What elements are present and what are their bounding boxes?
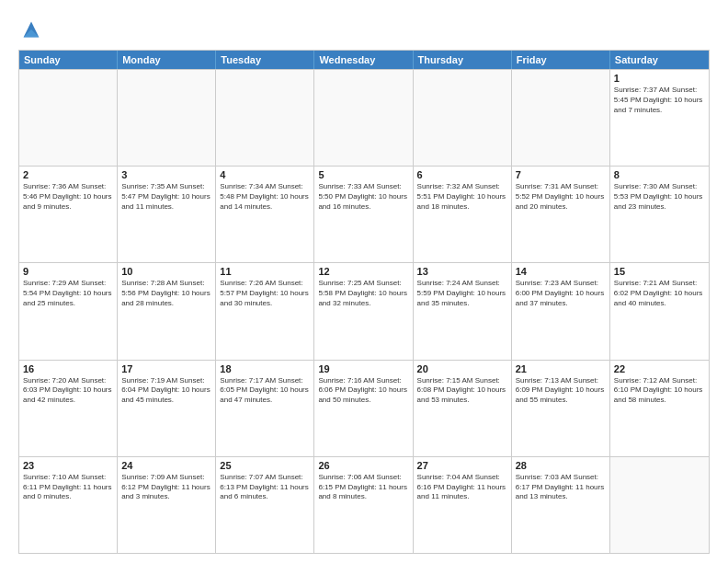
day-number: 25 <box>220 460 310 471</box>
calendar-day-cell: 17Sunrise: 7:19 AM Sunset: 6:04 PM Dayli… <box>118 361 216 456</box>
calendar-day-cell: 6Sunrise: 7:32 AM Sunset: 5:51 PM Daylig… <box>414 167 512 262</box>
weekday-header: Wednesday <box>314 51 413 69</box>
day-info: Sunrise: 7:12 AM Sunset: 6:10 PM Dayligh… <box>614 376 705 406</box>
day-number: 21 <box>516 363 606 374</box>
calendar-header: SundayMondayTuesdayWednesdayThursdayFrid… <box>19 51 709 69</box>
day-number: 19 <box>318 363 408 374</box>
day-number: 23 <box>23 460 113 471</box>
day-number: 12 <box>318 266 408 277</box>
calendar-day-cell: 12Sunrise: 7:25 AM Sunset: 5:58 PM Dayli… <box>314 263 413 359</box>
weekday-header: Monday <box>118 51 216 69</box>
calendar-day-cell: 28Sunrise: 7:03 AM Sunset: 6:17 PM Dayli… <box>512 457 610 553</box>
calendar-empty-cell <box>118 70 216 166</box>
calendar-day-cell: 9Sunrise: 7:29 AM Sunset: 5:54 PM Daylig… <box>19 263 118 359</box>
weekday-header: Saturday <box>610 51 709 69</box>
calendar-row: 2Sunrise: 7:36 AM Sunset: 5:46 PM Daylig… <box>19 166 709 262</box>
calendar-day-cell: 5Sunrise: 7:33 AM Sunset: 5:50 PM Daylig… <box>314 167 413 262</box>
day-number: 2 <box>23 169 113 180</box>
day-number: 8 <box>614 169 705 180</box>
calendar-row: 16Sunrise: 7:20 AM Sunset: 6:03 PM Dayli… <box>19 360 709 456</box>
calendar-day-cell: 27Sunrise: 7:04 AM Sunset: 6:16 PM Dayli… <box>414 457 512 553</box>
day-info: Sunrise: 7:13 AM Sunset: 6:09 PM Dayligh… <box>516 376 606 406</box>
calendar-day-cell: 21Sunrise: 7:13 AM Sunset: 6:09 PM Dayli… <box>512 361 610 456</box>
calendar-day-cell: 15Sunrise: 7:21 AM Sunset: 6:02 PM Dayli… <box>610 263 709 359</box>
calendar-day-cell: 11Sunrise: 7:26 AM Sunset: 5:57 PM Dayli… <box>216 263 314 359</box>
day-info: Sunrise: 7:31 AM Sunset: 5:52 PM Dayligh… <box>516 182 606 212</box>
calendar-day-cell: 22Sunrise: 7:12 AM Sunset: 6:10 PM Dayli… <box>610 361 709 456</box>
day-number: 24 <box>121 460 211 471</box>
weekday-header: Friday <box>512 51 610 69</box>
calendar-day-cell: 26Sunrise: 7:06 AM Sunset: 6:15 PM Dayli… <box>314 457 413 553</box>
day-info: Sunrise: 7:10 AM Sunset: 6:11 PM Dayligh… <box>23 473 113 502</box>
day-number: 6 <box>417 169 507 180</box>
weekday-header: Thursday <box>414 51 512 69</box>
day-number: 27 <box>417 460 507 471</box>
day-number: 3 <box>121 169 211 180</box>
calendar-day-cell: 4Sunrise: 7:34 AM Sunset: 5:48 PM Daylig… <box>216 167 314 262</box>
day-info: Sunrise: 7:16 AM Sunset: 6:06 PM Dayligh… <box>318 376 408 406</box>
page: SundayMondayTuesdayWednesdayThursdayFrid… <box>0 0 728 563</box>
day-number: 5 <box>318 169 408 180</box>
day-number: 26 <box>318 460 408 471</box>
day-number: 7 <box>516 169 606 180</box>
day-info: Sunrise: 7:37 AM Sunset: 5:45 PM Dayligh… <box>614 86 705 115</box>
calendar-day-cell: 14Sunrise: 7:23 AM Sunset: 6:00 PM Dayli… <box>512 263 610 359</box>
calendar-day-cell: 19Sunrise: 7:16 AM Sunset: 6:06 PM Dayli… <box>314 361 413 456</box>
day-info: Sunrise: 7:36 AM Sunset: 5:46 PM Dayligh… <box>23 182 113 212</box>
day-info: Sunrise: 7:07 AM Sunset: 6:13 PM Dayligh… <box>220 473 310 502</box>
calendar-empty-cell <box>414 70 512 166</box>
calendar-day-cell: 18Sunrise: 7:17 AM Sunset: 6:05 PM Dayli… <box>216 361 314 456</box>
calendar-row: 1Sunrise: 7:37 AM Sunset: 5:45 PM Daylig… <box>19 69 709 166</box>
day-number: 13 <box>417 266 507 277</box>
day-number: 10 <box>121 266 211 277</box>
day-number: 28 <box>516 460 606 471</box>
day-info: Sunrise: 7:32 AM Sunset: 5:51 PM Dayligh… <box>417 182 507 212</box>
calendar-day-cell: 8Sunrise: 7:30 AM Sunset: 5:53 PM Daylig… <box>610 167 709 262</box>
calendar-day-cell: 24Sunrise: 7:09 AM Sunset: 6:12 PM Dayli… <box>118 457 216 553</box>
day-number: 20 <box>417 363 507 374</box>
calendar-row: 23Sunrise: 7:10 AM Sunset: 6:11 PM Dayli… <box>19 456 709 553</box>
day-number: 18 <box>220 363 310 374</box>
header <box>18 17 710 42</box>
day-number: 22 <box>614 363 705 374</box>
day-info: Sunrise: 7:15 AM Sunset: 6:08 PM Dayligh… <box>417 376 507 406</box>
day-info: Sunrise: 7:35 AM Sunset: 5:47 PM Dayligh… <box>121 182 211 212</box>
day-number: 11 <box>220 266 310 277</box>
calendar-day-cell: 2Sunrise: 7:36 AM Sunset: 5:46 PM Daylig… <box>19 167 118 262</box>
calendar-empty-cell <box>314 70 413 166</box>
calendar-row: 9Sunrise: 7:29 AM Sunset: 5:54 PM Daylig… <box>19 262 709 359</box>
day-number: 16 <box>23 363 113 374</box>
logo-icon <box>18 17 44 42</box>
day-info: Sunrise: 7:03 AM Sunset: 6:17 PM Dayligh… <box>516 473 606 502</box>
day-number: 14 <box>516 266 606 277</box>
day-number: 4 <box>220 169 310 180</box>
calendar-day-cell: 13Sunrise: 7:24 AM Sunset: 5:59 PM Dayli… <box>414 263 512 359</box>
calendar-day-cell: 20Sunrise: 7:15 AM Sunset: 6:08 PM Dayli… <box>414 361 512 456</box>
calendar-day-cell: 3Sunrise: 7:35 AM Sunset: 5:47 PM Daylig… <box>118 167 216 262</box>
day-info: Sunrise: 7:29 AM Sunset: 5:54 PM Dayligh… <box>23 279 113 308</box>
weekday-header: Sunday <box>19 51 118 69</box>
weekday-header: Tuesday <box>216 51 314 69</box>
day-info: Sunrise: 7:34 AM Sunset: 5:48 PM Dayligh… <box>220 182 310 212</box>
calendar-body: 1Sunrise: 7:37 AM Sunset: 5:45 PM Daylig… <box>19 69 709 553</box>
day-info: Sunrise: 7:17 AM Sunset: 6:05 PM Dayligh… <box>220 376 310 406</box>
day-number: 17 <box>121 363 211 374</box>
day-info: Sunrise: 7:19 AM Sunset: 6:04 PM Dayligh… <box>121 376 211 406</box>
day-info: Sunrise: 7:24 AM Sunset: 5:59 PM Dayligh… <box>417 279 507 308</box>
calendar-day-cell: 23Sunrise: 7:10 AM Sunset: 6:11 PM Dayli… <box>19 457 118 553</box>
day-number: 1 <box>614 73 705 84</box>
calendar-empty-cell <box>512 70 610 166</box>
calendar-day-cell: 1Sunrise: 7:37 AM Sunset: 5:45 PM Daylig… <box>610 70 709 166</box>
calendar-empty-cell <box>19 70 118 166</box>
day-info: Sunrise: 7:25 AM Sunset: 5:58 PM Dayligh… <box>318 279 408 308</box>
calendar-day-cell: 7Sunrise: 7:31 AM Sunset: 5:52 PM Daylig… <box>512 167 610 262</box>
logo <box>18 17 50 42</box>
day-info: Sunrise: 7:33 AM Sunset: 5:50 PM Dayligh… <box>318 182 408 212</box>
calendar: SundayMondayTuesdayWednesdayThursdayFrid… <box>18 50 710 554</box>
day-info: Sunrise: 7:06 AM Sunset: 6:15 PM Dayligh… <box>318 473 408 502</box>
calendar-day-cell: 16Sunrise: 7:20 AM Sunset: 6:03 PM Dayli… <box>19 361 118 456</box>
day-number: 15 <box>614 266 705 277</box>
calendar-day-cell: 10Sunrise: 7:28 AM Sunset: 5:56 PM Dayli… <box>118 263 216 359</box>
calendar-day-cell: 25Sunrise: 7:07 AM Sunset: 6:13 PM Dayli… <box>216 457 314 553</box>
day-info: Sunrise: 7:21 AM Sunset: 6:02 PM Dayligh… <box>614 279 705 308</box>
